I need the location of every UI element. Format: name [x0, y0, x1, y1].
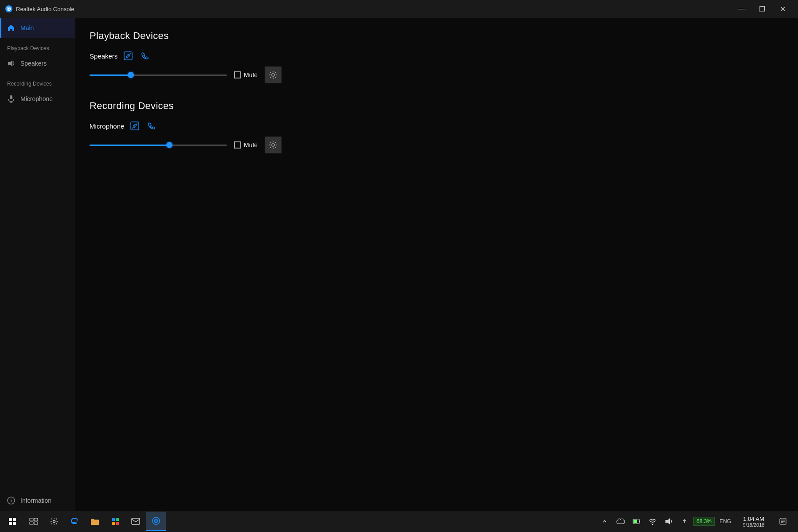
speakers-edit-button[interactable] [122, 50, 134, 62]
svg-rect-26 [112, 522, 115, 525]
close-button[interactable]: ✕ [772, 0, 793, 18]
svg-point-1 [8, 8, 10, 10]
svg-rect-21 [30, 522, 33, 524]
app-container: Main Playback Devices Speakers Recording… [0, 18, 798, 511]
sidebar-recording-label: Recording Devices [0, 74, 75, 89]
sidebar-playback-label: Playback Devices [0, 38, 75, 53]
store-button[interactable] [106, 512, 125, 531]
microphone-name: Microphone [90, 122, 124, 130]
minimize-button[interactable]: — [732, 0, 752, 18]
speakers-name: Speakers [90, 52, 117, 60]
title-bar: Realtek Audio Console — ❐ ✕ [0, 0, 798, 18]
microphone-slider-thumb[interactable] [166, 142, 172, 148]
main-content: Playback Devices Speakers [75, 18, 798, 511]
playback-heading: Playback Devices [90, 30, 784, 42]
svg-rect-22 [34, 522, 38, 524]
svg-rect-27 [116, 522, 119, 525]
microphone-volume-slider[interactable] [90, 140, 227, 150]
microphone-mute-checkbox[interactable] [234, 141, 241, 149]
svg-marker-2 [8, 60, 12, 66]
svg-point-8 [11, 499, 12, 500]
svg-point-10 [128, 55, 129, 57]
sidebar-speakers-label: Speakers [20, 60, 47, 67]
sidebar-item-information[interactable]: Information [0, 490, 75, 511]
sidebar-item-main[interactable]: Main [0, 18, 75, 38]
microphone-slider-track [90, 145, 227, 146]
sidebar-item-microphone[interactable]: Microphone [0, 89, 75, 109]
wifi-icon[interactable] [645, 514, 660, 528]
microphone-icon [7, 95, 15, 103]
speakers-card: Speakers [90, 50, 784, 83]
svg-rect-19 [30, 518, 33, 521]
clock[interactable]: 1:04 AM 9/18/2018 [736, 516, 771, 528]
clock-time: 1:04 AM [743, 516, 764, 522]
battery-pct-text: 68.3% [696, 518, 712, 524]
recording-heading: Recording Devices [90, 100, 784, 112]
speakers-phone-button[interactable] [139, 50, 151, 62]
speakers-header: Speakers [90, 50, 784, 62]
svg-point-35 [652, 524, 653, 525]
svg-rect-17 [9, 522, 12, 525]
microphone-mute-container[interactable]: Mute [234, 141, 258, 149]
speaker-icon [7, 59, 15, 67]
microphone-controls: Mute [90, 137, 784, 153]
svg-point-23 [53, 520, 55, 523]
svg-rect-18 [13, 522, 16, 525]
language-indicator[interactable]: ENG [716, 514, 734, 528]
svg-rect-34 [639, 520, 640, 523]
svg-rect-3 [10, 95, 12, 99]
svg-rect-28 [132, 518, 140, 524]
title-bar-left: Realtek Audio Console [5, 5, 74, 12]
realtek-taskbar-button[interactable] [146, 512, 166, 531]
window-controls: — ❐ ✕ [732, 0, 793, 18]
microphone-header: Microphone [90, 120, 784, 132]
microphone-slider-fill [90, 145, 169, 146]
svg-marker-36 [665, 518, 670, 524]
svg-rect-25 [116, 518, 119, 521]
speakers-mute-checkbox[interactable] [234, 71, 241, 78]
app-icon [5, 5, 12, 12]
svg-rect-15 [9, 518, 12, 521]
speakers-controls: Mute [90, 66, 784, 83]
notification-center-button[interactable] [773, 512, 793, 531]
taskbar: 68.3% ENG 1:04 AM 9/18/2018 [0, 511, 798, 532]
microphone-card: Microphone [90, 120, 784, 153]
onedrive-icon[interactable] [614, 514, 628, 528]
speakers-slider-thumb[interactable] [128, 72, 134, 78]
battery-icon[interactable] [630, 514, 644, 528]
network-tray-icon[interactable] [677, 514, 692, 528]
sidebar: Main Playback Devices Speakers Recording… [0, 18, 75, 511]
app-title: Realtek Audio Console [16, 6, 74, 12]
svg-rect-20 [34, 518, 38, 521]
file-explorer-button[interactable] [85, 512, 105, 531]
speakers-mute-label: Mute [244, 71, 258, 78]
sidebar-information-label: Information [20, 497, 51, 504]
svg-point-11 [272, 74, 274, 76]
edge-button[interactable] [65, 512, 84, 531]
speakers-mute-container[interactable]: Mute [234, 71, 258, 78]
sidebar-microphone-label: Microphone [20, 95, 53, 102]
clock-date: 9/18/2018 [743, 522, 765, 528]
sidebar-bottom: Information [0, 490, 75, 511]
sidebar-main-label: Main [20, 24, 34, 31]
microphone-phone-button[interactable] [145, 120, 158, 132]
maximize-button[interactable]: ❐ [752, 0, 772, 18]
microphone-settings-button[interactable] [265, 137, 282, 153]
microphone-mute-label: Mute [244, 141, 258, 149]
sidebar-item-speakers[interactable]: Speakers [0, 53, 75, 74]
svg-point-13 [134, 125, 136, 127]
settings-taskbar-button[interactable] [44, 512, 64, 531]
task-view-button[interactable] [24, 512, 43, 531]
svg-rect-16 [13, 518, 16, 521]
mail-button[interactable] [126, 512, 145, 531]
speakers-volume-slider[interactable] [90, 70, 227, 80]
speakers-slider-fill [90, 74, 131, 76]
speakers-settings-button[interactable] [265, 66, 282, 83]
microphone-edit-button[interactable] [129, 120, 141, 132]
show-hidden-icons-button[interactable] [598, 514, 612, 528]
system-tray: 68.3% ENG 1:04 AM 9/18/2018 [594, 512, 796, 531]
svg-rect-33 [634, 520, 637, 523]
start-button[interactable] [2, 511, 23, 532]
volume-tray-icon[interactable] [661, 514, 676, 528]
svg-rect-24 [112, 518, 115, 521]
